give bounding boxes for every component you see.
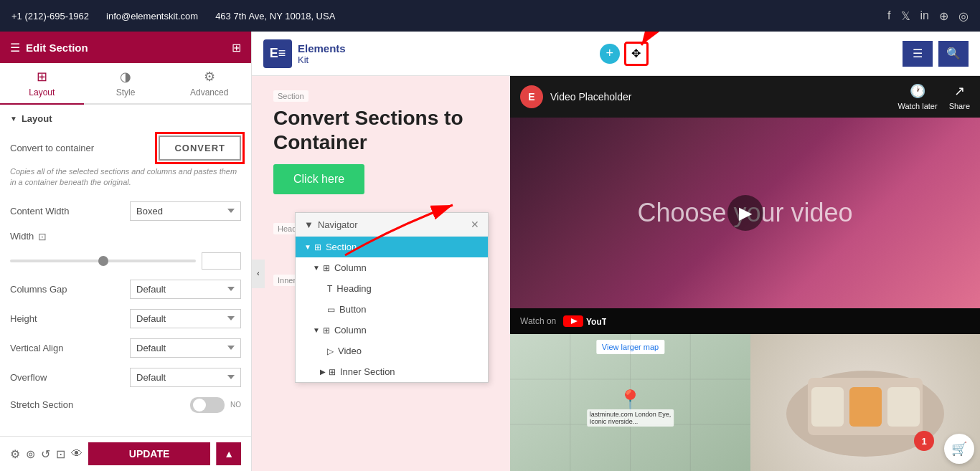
canvas-header-center: + ✥ [600, 42, 649, 66]
nav-col2-arrow: ▼ [313, 326, 320, 334]
collapse-panel-button[interactable]: ‹ [252, 260, 265, 288]
nav-item-column1[interactable]: ▼ ⊞ Column [296, 257, 488, 278]
tab-advanced-label: Advanced [190, 87, 228, 97]
eye-icon[interactable]: 👁 [71, 447, 83, 460]
stretch-section-row: Stretch Section NO [10, 397, 241, 413]
watch-later-icon: 🕐 [910, 83, 925, 99]
vertical-align-select[interactable]: Default [130, 338, 241, 358]
linkedin-icon[interactable]: in [920, 9, 929, 22]
overflow-select[interactable]: Default [130, 368, 241, 387]
facebook-icon[interactable]: f [887, 9, 890, 22]
nav-item-heading[interactable]: T Heading [296, 278, 488, 299]
width-row: Width ⊡ [10, 231, 241, 242]
search-button[interactable]: 🔍 [938, 41, 969, 67]
update-arrow-button[interactable]: ▲ [216, 442, 241, 465]
nav-item-video[interactable]: ▷ Video [296, 341, 488, 361]
nav-item-button[interactable]: ▭ Button [296, 299, 488, 320]
vertical-align-row: Vertical Align Default [10, 338, 241, 358]
navigator-header: ▼ Navigator ✕ [296, 213, 488, 237]
columns-gap-row: Columns Gap Default [10, 280, 241, 299]
convert-button[interactable]: CONVERT [159, 135, 241, 161]
video-header-right: 🕐 Watch later ↗ Share [897, 83, 970, 110]
tab-layout-label: Layout [29, 87, 55, 97]
nav-video-label: Video [338, 346, 362, 356]
nav-item-section[interactable]: ▼ ⊞ Section [296, 237, 488, 257]
convert-sections-title: Convert Sections to Container [273, 106, 489, 154]
stretch-section-toggle[interactable] [190, 397, 225, 413]
twitter-icon[interactable]: 𝕏 [901, 9, 910, 23]
video-bg: Choose your video ▶ [510, 118, 980, 308]
nav-section-icon: ⊞ [314, 242, 321, 252]
nav-col1-icon: ⊞ [323, 263, 330, 273]
share-label: Share [949, 102, 970, 110]
instagram-icon[interactable]: ◎ [958, 9, 969, 23]
history-icon[interactable]: ↺ [41, 447, 50, 461]
add-section-button[interactable]: + [600, 44, 620, 64]
watch-later-action[interactable]: 🕐 Watch later [897, 83, 937, 110]
cart-count-badge: 1 [914, 431, 934, 451]
columns-gap-select[interactable]: Default [130, 280, 241, 299]
panel-header: ☰ Edit Section ⊞ [0, 32, 251, 63]
nav-heading-icon: T [327, 284, 332, 294]
layout-tab-icon: ⊞ [37, 69, 47, 85]
cart-button[interactable]: 🛒 [944, 434, 974, 464]
share-action[interactable]: ↗ Share [949, 83, 970, 110]
nav-heading-label: Heading [336, 283, 371, 294]
tab-advanced[interactable]: ⚙ Advanced [167, 63, 251, 105]
tab-style[interactable]: ◑ Style [84, 63, 168, 105]
nav-item-column2[interactable]: ▼ ⊞ Column [296, 320, 488, 341]
width-input[interactable] [202, 252, 241, 270]
share-icon: ↗ [954, 83, 965, 99]
pillow3 [887, 387, 920, 427]
settings-icon[interactable]: ⚙ [10, 447, 20, 461]
navigator-close-button[interactable]: ✕ [471, 219, 479, 230]
nav-inner-label: Inner Section [340, 366, 395, 377]
nav-video-icon: ▷ [327, 346, 334, 356]
height-select[interactable]: Default [130, 309, 241, 328]
globe-icon[interactable]: ⊕ [939, 9, 948, 23]
content-width-label: Content Width [10, 206, 69, 217]
convert-hint: Copies all of the selected sections and … [10, 166, 241, 189]
nav-button-label: Button [339, 304, 367, 315]
click-here-button[interactable]: Click here [273, 164, 364, 194]
left-panel: ☰ Edit Section ⊞ ⊞ Layout ◑ Style ⚙ Adva… [0, 32, 252, 471]
nav-section-arrow: ▼ [304, 243, 311, 251]
navigator-title: ▼ Navigator [304, 219, 358, 230]
logo-name: Elements [298, 42, 346, 54]
logo-icon: E≡ [263, 39, 292, 68]
update-button[interactable]: UPDATE [88, 442, 210, 465]
panel-title: Edit Section [26, 42, 88, 54]
pillow2 [849, 387, 882, 427]
toggle-knob [193, 399, 206, 411]
tab-style-label: Style [116, 87, 136, 97]
top-bar: +1 (212)-695-1962 info@elementskit.com 4… [0, 0, 980, 32]
logo-text: Elements Kit [298, 42, 346, 65]
height-label: Height [10, 313, 37, 324]
video-placeholder-box: E Video Placeholder 🕐 Watch later ↗ Shar… [510, 76, 980, 334]
social-icons: f 𝕏 in ⊕ ◎ [887, 9, 969, 23]
menu-button[interactable]: ☰ [903, 41, 933, 67]
content-width-select[interactable]: Boxed Full Width [130, 201, 241, 221]
width-label: Width [10, 231, 34, 242]
nav-item-innersection[interactable]: ▶ ⊞ Inner Section [296, 361, 488, 382]
address: 463 7th Ave, NY 10018, USA [215, 11, 335, 22]
nav-col1-arrow: ▼ [313, 264, 320, 272]
nav-inner-icon: ⊞ [329, 367, 336, 377]
navigator-title-text: Navigator [318, 219, 358, 230]
grid-icon[interactable]: ⊞ [232, 41, 241, 54]
nav-inner-arrow: ▶ [320, 368, 326, 376]
width-slider[interactable] [10, 260, 196, 262]
vertical-align-label: Vertical Align [10, 343, 63, 353]
height-row: Height Default [10, 309, 241, 328]
hamburger-icon[interactable]: ☰ [10, 41, 20, 54]
canvas-area: E≡ Elements Kit + ✥ [252, 32, 980, 471]
highlighted-move-button[interactable]: ✥ [624, 42, 649, 66]
nav-col2-label: Column [334, 325, 367, 336]
layers-icon[interactable]: ⊚ [26, 447, 35, 461]
layout-section-header: ▼ Layout [10, 113, 241, 124]
tab-layout[interactable]: ⊞ Layout [0, 63, 84, 105]
play-icon[interactable]: ▶ [727, 195, 763, 231]
pillow1 [811, 387, 844, 427]
responsive-icon[interactable]: ⊡ [56, 447, 65, 461]
convert-label: Convert to container [10, 143, 94, 153]
